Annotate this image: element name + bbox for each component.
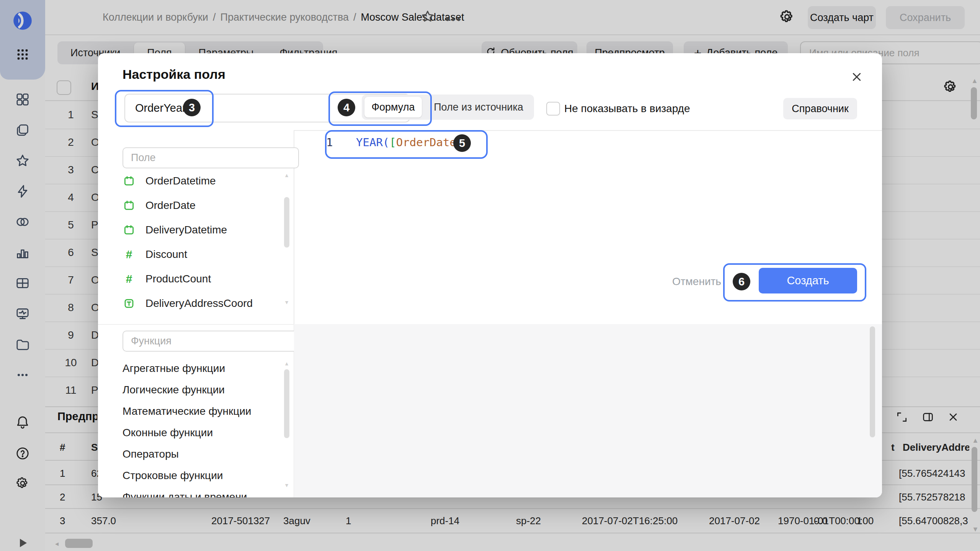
calendar-icon xyxy=(122,174,136,187)
scroll-up-icon[interactable]: ▲ xyxy=(284,360,289,367)
reference-button[interactable]: Справочник xyxy=(783,98,857,119)
field-list-scrollbar[interactable] xyxy=(284,197,289,248)
field-item-label: OrderDate xyxy=(145,199,196,212)
calendar-icon xyxy=(122,199,136,212)
function-category-string[interactable]: Строковые функции xyxy=(122,465,283,486)
field-item-label: OrderDatetime xyxy=(145,175,216,187)
scroll-down-icon[interactable]: ▼ xyxy=(284,299,289,306)
field-list-item[interactable]: OrderDate xyxy=(98,193,278,218)
documentation-scrollbar[interactable] xyxy=(870,326,875,437)
annotation-badge-5: 5 xyxy=(453,134,471,152)
annotation-badge-4: 4 xyxy=(338,99,355,116)
calendar-icon xyxy=(122,223,136,236)
function-category-window[interactable]: Оконные функции xyxy=(122,422,283,443)
field-list-item[interactable]: OrderDatetime xyxy=(98,169,278,193)
field-list-item[interactable]: # ProductCount xyxy=(98,267,278,291)
divider xyxy=(98,324,294,325)
scroll-up-icon[interactable]: ▲ xyxy=(284,172,289,179)
modal-title: Настройка поля xyxy=(122,67,225,82)
function-search-input[interactable] xyxy=(122,331,299,352)
field-list-item[interactable]: DeliveryAddressCoord xyxy=(98,291,278,316)
function-category-aggregate[interactable]: Агрегатные функции xyxy=(122,358,283,379)
divider xyxy=(294,130,882,131)
field-item-label: Discount xyxy=(145,248,187,261)
cancel-button[interactable]: Отменить xyxy=(672,276,721,288)
field-list-search-input[interactable] xyxy=(122,147,299,168)
field-list-item[interactable]: # Discount xyxy=(98,242,278,267)
modal-close-icon[interactable] xyxy=(848,68,865,85)
hide-in-wizard-label: Не показывать в визарде xyxy=(564,103,690,115)
field-settings-modal: Настройка поля 3 Формула Поле из источни… xyxy=(98,53,882,497)
documentation-panel xyxy=(294,324,882,497)
function-category-datetime[interactable]: Функции даты и времени xyxy=(122,486,283,497)
annotation-badge-6: 6 xyxy=(733,273,750,290)
tab-source-field[interactable]: Поле из источника xyxy=(426,95,531,120)
function-category-logical[interactable]: Логические функции xyxy=(122,379,283,401)
function-category-math[interactable]: Математические функции xyxy=(122,401,283,422)
tab-formula[interactable]: Формула xyxy=(364,97,422,117)
function-category-operators[interactable]: Операторы xyxy=(122,443,283,465)
scroll-down-icon[interactable]: ▼ xyxy=(284,482,289,489)
hash-icon: # xyxy=(122,248,136,261)
formula-field-ref: OrderDate xyxy=(396,136,456,149)
field-list-item[interactable]: DeliveryDatetime xyxy=(98,218,278,242)
hash-icon: # xyxy=(122,272,136,285)
field-item-label: DeliveryAddressCoord xyxy=(145,297,253,310)
field-item-label: DeliveryDatetime xyxy=(145,224,227,236)
annotation-badge-3: 3 xyxy=(183,99,201,116)
create-button[interactable]: Создать xyxy=(759,268,857,293)
text-type-icon xyxy=(122,297,136,310)
hide-in-wizard-checkbox[interactable] xyxy=(546,102,560,116)
formula-paren: ( xyxy=(383,136,389,149)
formula-keyword: YEAR xyxy=(356,136,383,149)
formula-code-line[interactable]: YEAR([OrderDate]) xyxy=(356,136,470,149)
formula-bracket: [ xyxy=(389,136,396,149)
function-list-scrollbar[interactable] xyxy=(284,369,289,438)
field-item-label: ProductCount xyxy=(145,273,211,285)
editor-line-number: 1 xyxy=(326,136,333,149)
